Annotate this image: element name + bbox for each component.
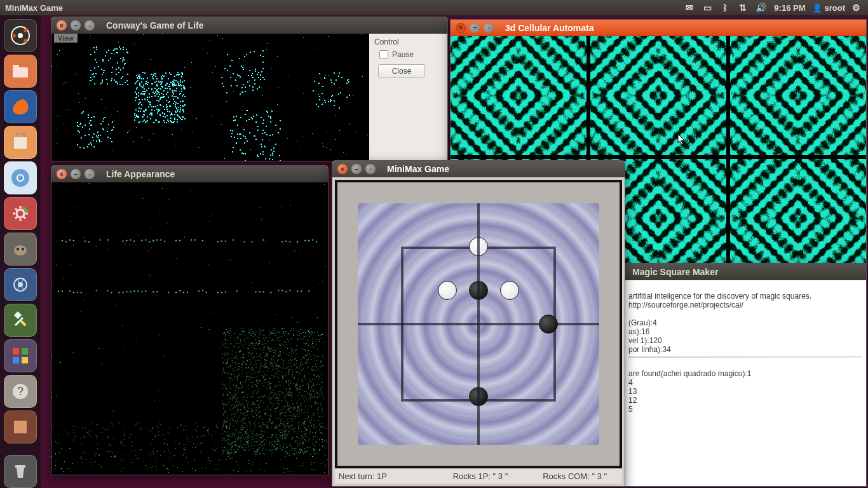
conway-control-panel: Control Pause Close [369,34,447,161]
unity-launcher: ? [0,15,41,488]
status-next-turn: Next turn: 1P [335,471,433,481]
svg-point-3 [24,29,27,32]
text-line: (Grau):4 [628,318,657,327]
mail-icon[interactable]: ✉ [682,2,696,13]
status-rocks-1p: Rocks 1P: " 3 " [433,471,528,481]
launcher-dash[interactable] [4,19,37,52]
launcher-settings[interactable] [4,197,37,230]
launcher-app-generic[interactable] [4,410,37,444]
svg-rect-5 [13,67,28,78]
white-stone[interactable] [500,281,519,300]
svg-rect-6 [13,65,19,69]
maximize-icon[interactable]: ▫ [484,23,494,33]
close-icon[interactable]: × [57,20,67,30]
session-gear-icon[interactable]: ⚙ [849,2,863,13]
window-title: Life Appearance [106,169,175,179]
svg-point-15 [22,248,24,250]
user-icon: 👤 [812,3,822,13]
black-stone[interactable] [539,315,558,334]
close-button[interactable]: Close [378,64,425,78]
window-conway: × – ▫ Conway's Game of Life View Control… [51,17,448,161]
close-icon[interactable]: × [57,169,67,179]
username-label: sroot [825,3,846,13]
minimax-board[interactable] [358,203,599,445]
maximize-icon[interactable]: ▫ [365,164,376,174]
magic-output[interactable]: artifitial inteligence for the discovery… [625,280,866,486]
life-canvas[interactable] [51,182,328,475]
window-title: 3d Cellular Automata [505,23,594,33]
text-line: 13 [628,387,637,396]
close-icon[interactable]: × [337,164,348,174]
desktop: × – ▫ Conway's Game of Life View Control… [41,15,868,488]
launcher-firefox[interactable] [4,90,37,123]
svg-point-1 [18,33,23,38]
launcher-help[interactable]: ? [4,375,37,408]
ca3d-slice[interactable] [730,36,866,155]
maximize-icon[interactable]: ▫ [85,169,95,179]
text-line: as):16 [628,327,649,336]
maximize-icon[interactable]: ▫ [85,20,95,30]
battery-icon[interactable]: ▭ [700,2,714,13]
window-magic-square: Magic Square Maker artifitial inteligenc… [624,263,867,487]
control-group-label: Control [374,37,442,46]
separator [628,356,862,358]
titlebar-minimax[interactable]: × – ▫ MiniMax Game [332,161,625,177]
text-line: 12 [628,396,637,405]
text-line: http://sourceforge.net/projects/cai/ [628,301,743,309]
launcher-trash[interactable] [4,455,37,488]
conway-canvas[interactable] [51,34,369,161]
window-title: MiniMax Game [387,164,449,174]
black-stone[interactable] [469,281,488,300]
bluetooth-icon[interactable]: ᛒ [718,2,732,13]
text-line: artifitial inteligence for the discovery… [628,292,811,301]
window-life-appearance: × – ▫ Life Appearance [51,165,329,475]
titlebar-life-appearance[interactable]: × – ▫ Life Appearance [51,166,328,182]
launcher-tools[interactable] [4,304,37,337]
svg-point-13 [14,245,27,255]
launcher-chromium[interactable] [4,161,37,194]
svg-rect-18 [13,348,19,355]
titlebar-3d-cellular[interactable]: × – ▫ 3d Cellular Automata [451,20,866,36]
launcher-software-center[interactable] [4,126,37,159]
pause-checkbox[interactable]: Pause [379,50,442,59]
minimize-icon[interactable]: – [71,20,81,30]
svg-rect-24 [14,421,27,433]
svg-rect-8 [14,137,27,149]
window-title: Magic Square Maker [632,267,718,277]
volume-icon[interactable]: 🔊 [754,2,768,13]
launcher-lazarus[interactable] [4,268,37,301]
ca3d-slice[interactable] [451,36,587,155]
ca3d-slice[interactable] [730,159,866,278]
white-stone[interactable] [438,281,457,300]
svg-rect-20 [13,357,19,363]
view-tab-label[interactable]: View [54,34,78,43]
white-stone[interactable] [469,237,488,256]
titlebar-conway[interactable]: × – ▫ Conway's Game of Life [51,17,447,34]
svg-point-11 [18,175,23,180]
svg-rect-21 [22,357,28,363]
text-line: 4 [628,378,633,387]
user-menu[interactable]: 👤 sroot [812,3,846,13]
minimize-icon[interactable]: – [351,164,362,174]
titlebar-magic-square[interactable]: Magic Square Maker [625,264,866,280]
svg-rect-25 [15,465,25,468]
text-line: por linha):34 [628,345,671,354]
launcher-files[interactable] [4,55,37,88]
launcher-workspace-switcher[interactable] [4,339,37,372]
network-icon[interactable]: ⇅ [736,2,750,13]
text-line: are found(achei quadrado magico):1 [628,369,751,378]
clock[interactable]: 9:16 PM [774,3,805,13]
black-stone[interactable] [469,387,488,406]
minimax-status-bar: Next turn: 1P Rocks 1P: " 3 " Rocks COM:… [335,468,622,484]
close-icon[interactable]: × [456,23,466,33]
launcher-gimp[interactable] [4,233,37,266]
minimize-icon[interactable]: – [470,23,480,33]
text-line: vel 1):120 [628,336,662,345]
svg-text:?: ? [17,385,24,398]
minimize-icon[interactable]: – [71,169,81,179]
ca3d-slice[interactable] [590,36,726,155]
conway-view-area: View [51,34,369,161]
active-app-title: MiniMax Game [5,3,63,13]
svg-point-4 [24,39,27,43]
window-title: Conway's Game of Life [106,20,203,30]
